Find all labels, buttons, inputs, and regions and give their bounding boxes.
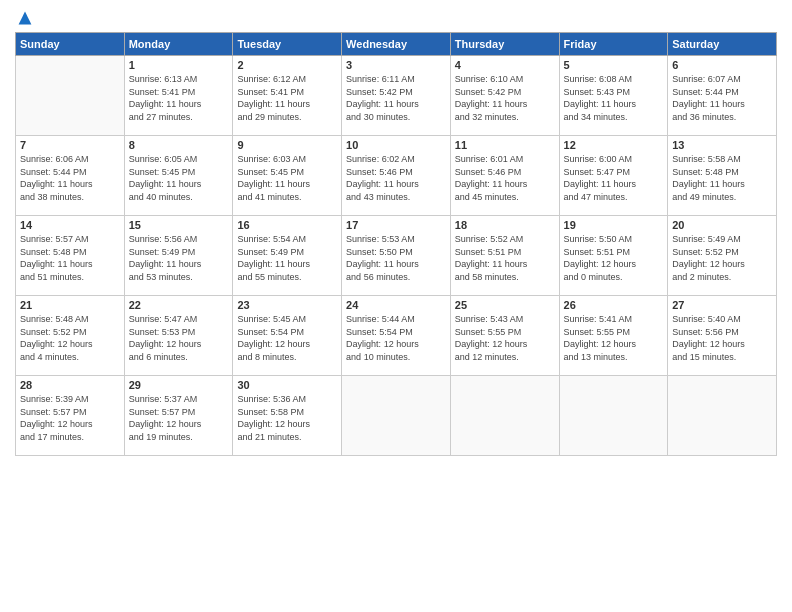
day-number: 11	[455, 139, 555, 151]
calendar-cell: 11Sunrise: 6:01 AM Sunset: 5:46 PM Dayli…	[450, 136, 559, 216]
calendar-cell	[16, 56, 125, 136]
calendar-cell: 29Sunrise: 5:37 AM Sunset: 5:57 PM Dayli…	[124, 376, 233, 456]
calendar-cell: 16Sunrise: 5:54 AM Sunset: 5:49 PM Dayli…	[233, 216, 342, 296]
calendar-table: SundayMondayTuesdayWednesdayThursdayFrid…	[15, 32, 777, 456]
day-number: 16	[237, 219, 337, 231]
day-info: Sunrise: 6:06 AM Sunset: 5:44 PM Dayligh…	[20, 153, 120, 203]
calendar-cell: 1Sunrise: 6:13 AM Sunset: 5:41 PM Daylig…	[124, 56, 233, 136]
day-info: Sunrise: 5:56 AM Sunset: 5:49 PM Dayligh…	[129, 233, 229, 283]
weekday-header-row: SundayMondayTuesdayWednesdayThursdayFrid…	[16, 33, 777, 56]
day-info: Sunrise: 5:39 AM Sunset: 5:57 PM Dayligh…	[20, 393, 120, 443]
day-number: 23	[237, 299, 337, 311]
day-info: Sunrise: 6:10 AM Sunset: 5:42 PM Dayligh…	[455, 73, 555, 123]
calendar-week-row: 14Sunrise: 5:57 AM Sunset: 5:48 PM Dayli…	[16, 216, 777, 296]
day-number: 5	[564, 59, 664, 71]
weekday-header-tuesday: Tuesday	[233, 33, 342, 56]
day-number: 3	[346, 59, 446, 71]
calendar-cell: 4Sunrise: 6:10 AM Sunset: 5:42 PM Daylig…	[450, 56, 559, 136]
day-number: 26	[564, 299, 664, 311]
day-info: Sunrise: 5:36 AM Sunset: 5:58 PM Dayligh…	[237, 393, 337, 443]
header	[15, 10, 777, 26]
calendar-cell: 6Sunrise: 6:07 AM Sunset: 5:44 PM Daylig…	[668, 56, 777, 136]
day-number: 10	[346, 139, 446, 151]
calendar-cell: 13Sunrise: 5:58 AM Sunset: 5:48 PM Dayli…	[668, 136, 777, 216]
day-number: 1	[129, 59, 229, 71]
calendar-cell: 3Sunrise: 6:11 AM Sunset: 5:42 PM Daylig…	[342, 56, 451, 136]
weekday-header-friday: Friday	[559, 33, 668, 56]
day-number: 13	[672, 139, 772, 151]
day-info: Sunrise: 5:37 AM Sunset: 5:57 PM Dayligh…	[129, 393, 229, 443]
day-info: Sunrise: 6:03 AM Sunset: 5:45 PM Dayligh…	[237, 153, 337, 203]
calendar-week-row: 7Sunrise: 6:06 AM Sunset: 5:44 PM Daylig…	[16, 136, 777, 216]
weekday-header-thursday: Thursday	[450, 33, 559, 56]
calendar-cell: 18Sunrise: 5:52 AM Sunset: 5:51 PM Dayli…	[450, 216, 559, 296]
calendar-cell: 23Sunrise: 5:45 AM Sunset: 5:54 PM Dayli…	[233, 296, 342, 376]
calendar-week-row: 1Sunrise: 6:13 AM Sunset: 5:41 PM Daylig…	[16, 56, 777, 136]
day-info: Sunrise: 5:49 AM Sunset: 5:52 PM Dayligh…	[672, 233, 772, 283]
calendar-cell	[559, 376, 668, 456]
day-number: 12	[564, 139, 664, 151]
calendar-cell: 28Sunrise: 5:39 AM Sunset: 5:57 PM Dayli…	[16, 376, 125, 456]
day-info: Sunrise: 6:13 AM Sunset: 5:41 PM Dayligh…	[129, 73, 229, 123]
day-number: 9	[237, 139, 337, 151]
calendar-cell: 9Sunrise: 6:03 AM Sunset: 5:45 PM Daylig…	[233, 136, 342, 216]
day-number: 4	[455, 59, 555, 71]
day-number: 6	[672, 59, 772, 71]
day-number: 28	[20, 379, 120, 391]
day-info: Sunrise: 5:52 AM Sunset: 5:51 PM Dayligh…	[455, 233, 555, 283]
logo-text	[15, 10, 33, 26]
day-info: Sunrise: 5:58 AM Sunset: 5:48 PM Dayligh…	[672, 153, 772, 203]
calendar-cell: 15Sunrise: 5:56 AM Sunset: 5:49 PM Dayli…	[124, 216, 233, 296]
day-info: Sunrise: 5:57 AM Sunset: 5:48 PM Dayligh…	[20, 233, 120, 283]
weekday-header-wednesday: Wednesday	[342, 33, 451, 56]
logo	[15, 10, 33, 26]
calendar-cell: 26Sunrise: 5:41 AM Sunset: 5:55 PM Dayli…	[559, 296, 668, 376]
weekday-header-saturday: Saturday	[668, 33, 777, 56]
calendar-cell: 19Sunrise: 5:50 AM Sunset: 5:51 PM Dayli…	[559, 216, 668, 296]
calendar-cell	[668, 376, 777, 456]
day-info: Sunrise: 5:44 AM Sunset: 5:54 PM Dayligh…	[346, 313, 446, 363]
day-number: 8	[129, 139, 229, 151]
calendar-cell: 8Sunrise: 6:05 AM Sunset: 5:45 PM Daylig…	[124, 136, 233, 216]
day-info: Sunrise: 5:41 AM Sunset: 5:55 PM Dayligh…	[564, 313, 664, 363]
day-number: 22	[129, 299, 229, 311]
calendar-cell: 10Sunrise: 6:02 AM Sunset: 5:46 PM Dayli…	[342, 136, 451, 216]
day-info: Sunrise: 5:50 AM Sunset: 5:51 PM Dayligh…	[564, 233, 664, 283]
logo-icon	[17, 10, 33, 26]
day-number: 18	[455, 219, 555, 231]
svg-marker-0	[19, 12, 32, 25]
day-info: Sunrise: 5:45 AM Sunset: 5:54 PM Dayligh…	[237, 313, 337, 363]
day-info: Sunrise: 5:43 AM Sunset: 5:55 PM Dayligh…	[455, 313, 555, 363]
calendar-cell: 14Sunrise: 5:57 AM Sunset: 5:48 PM Dayli…	[16, 216, 125, 296]
page: SundayMondayTuesdayWednesdayThursdayFrid…	[0, 0, 792, 612]
day-info: Sunrise: 5:54 AM Sunset: 5:49 PM Dayligh…	[237, 233, 337, 283]
calendar-cell: 2Sunrise: 6:12 AM Sunset: 5:41 PM Daylig…	[233, 56, 342, 136]
day-number: 30	[237, 379, 337, 391]
day-number: 14	[20, 219, 120, 231]
day-number: 27	[672, 299, 772, 311]
calendar-week-row: 28Sunrise: 5:39 AM Sunset: 5:57 PM Dayli…	[16, 376, 777, 456]
day-info: Sunrise: 5:48 AM Sunset: 5:52 PM Dayligh…	[20, 313, 120, 363]
day-number: 19	[564, 219, 664, 231]
calendar-cell: 25Sunrise: 5:43 AM Sunset: 5:55 PM Dayli…	[450, 296, 559, 376]
day-info: Sunrise: 6:07 AM Sunset: 5:44 PM Dayligh…	[672, 73, 772, 123]
day-info: Sunrise: 6:12 AM Sunset: 5:41 PM Dayligh…	[237, 73, 337, 123]
calendar-cell: 17Sunrise: 5:53 AM Sunset: 5:50 PM Dayli…	[342, 216, 451, 296]
calendar-cell: 30Sunrise: 5:36 AM Sunset: 5:58 PM Dayli…	[233, 376, 342, 456]
day-number: 2	[237, 59, 337, 71]
calendar-cell: 24Sunrise: 5:44 AM Sunset: 5:54 PM Dayli…	[342, 296, 451, 376]
day-number: 7	[20, 139, 120, 151]
calendar-cell: 27Sunrise: 5:40 AM Sunset: 5:56 PM Dayli…	[668, 296, 777, 376]
day-info: Sunrise: 5:40 AM Sunset: 5:56 PM Dayligh…	[672, 313, 772, 363]
calendar-cell	[342, 376, 451, 456]
calendar-cell: 5Sunrise: 6:08 AM Sunset: 5:43 PM Daylig…	[559, 56, 668, 136]
calendar-cell: 20Sunrise: 5:49 AM Sunset: 5:52 PM Dayli…	[668, 216, 777, 296]
day-number: 24	[346, 299, 446, 311]
calendar-cell: 12Sunrise: 6:00 AM Sunset: 5:47 PM Dayli…	[559, 136, 668, 216]
calendar-cell: 7Sunrise: 6:06 AM Sunset: 5:44 PM Daylig…	[16, 136, 125, 216]
day-info: Sunrise: 5:47 AM Sunset: 5:53 PM Dayligh…	[129, 313, 229, 363]
day-number: 21	[20, 299, 120, 311]
day-info: Sunrise: 6:11 AM Sunset: 5:42 PM Dayligh…	[346, 73, 446, 123]
day-info: Sunrise: 6:05 AM Sunset: 5:45 PM Dayligh…	[129, 153, 229, 203]
day-number: 17	[346, 219, 446, 231]
